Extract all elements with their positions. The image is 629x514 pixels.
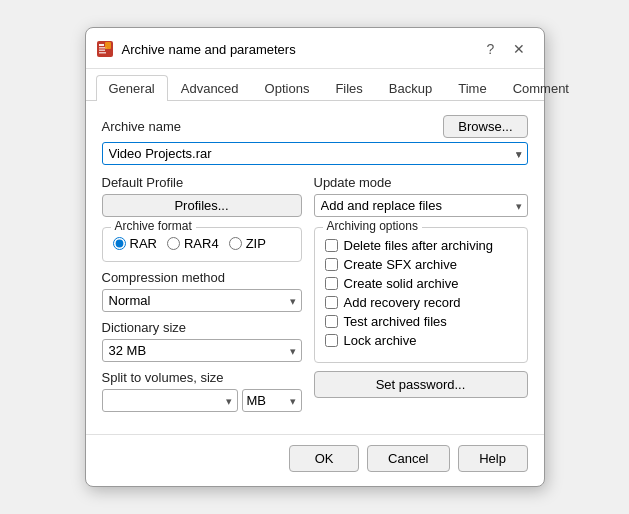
svg-rect-3	[99, 50, 105, 52]
update-mode-select[interactable]: Add and replace files Update and add fil…	[314, 194, 528, 217]
archive-format-radios: RAR RAR4 ZIP	[113, 236, 291, 251]
tab-bar: General Advanced Options Files Backup Ti…	[86, 69, 544, 101]
radio-rar[interactable]: RAR	[113, 236, 157, 251]
tab-options[interactable]: Options	[252, 75, 323, 101]
tab-files[interactable]: Files	[322, 75, 375, 101]
checkbox-test-archived[interactable]: Test archived files	[325, 314, 517, 329]
checkbox-add-recovery[interactable]: Add recovery record	[325, 295, 517, 310]
checkbox-test-archived-label: Test archived files	[344, 314, 447, 329]
left-column: Default Profile Profiles... Archive form…	[102, 175, 302, 412]
split-value-select[interactable]	[102, 389, 238, 412]
title-bar: Archive name and parameters ? ✕	[86, 28, 544, 69]
radio-zip-label: ZIP	[246, 236, 266, 251]
close-button[interactable]: ✕	[508, 38, 530, 60]
tab-comment[interactable]: Comment	[500, 75, 582, 101]
split-volumes-row: MB B KB GB	[102, 389, 302, 412]
checkbox-test-archived-input[interactable]	[325, 315, 338, 328]
right-column: Update mode Add and replace files Update…	[314, 175, 528, 412]
checkbox-add-recovery-label: Add recovery record	[344, 295, 461, 310]
archive-name-input-wrapper: ▾	[102, 142, 528, 165]
app-icon	[96, 40, 114, 58]
radio-zip-input[interactable]	[229, 237, 242, 250]
set-password-button[interactable]: Set password...	[314, 371, 528, 398]
checkbox-add-recovery-input[interactable]	[325, 296, 338, 309]
profiles-btn-wrapper: Profiles...	[102, 194, 302, 217]
svg-rect-4	[99, 52, 106, 54]
dictionary-size-wrapper[interactable]: 32 MB 128 KB 256 KB 512 KB 1 MB 2 MB 4 M…	[102, 339, 302, 362]
checkbox-create-solid-label: Create solid archive	[344, 276, 459, 291]
radio-zip[interactable]: ZIP	[229, 236, 266, 251]
checkbox-lock-archive[interactable]: Lock archive	[325, 333, 517, 348]
update-mode-wrapper[interactable]: Add and replace files Update and add fil…	[314, 194, 528, 217]
archiving-options-checkboxes: Delete files after archiving Create SFX …	[325, 236, 517, 352]
archiving-options-label: Archiving options	[323, 219, 422, 233]
help-button[interactable]: ?	[480, 38, 502, 60]
checkbox-lock-archive-input[interactable]	[325, 334, 338, 347]
split-unit-wrapper: MB B KB GB	[242, 389, 302, 412]
archiving-options-group: Archiving options Delete files after arc…	[314, 227, 528, 363]
archive-name-select-wrapper: ▾	[102, 142, 528, 165]
help-footer-button[interactable]: Help	[458, 445, 528, 472]
archive-format-group: Archive format RAR RAR4 ZIP	[102, 227, 302, 262]
archive-name-input[interactable]	[102, 142, 528, 165]
archive-format-label: Archive format	[111, 219, 196, 233]
compression-method-section: Compression method Normal Store Fastest …	[102, 270, 302, 312]
svg-rect-1	[99, 44, 104, 46]
profiles-button[interactable]: Profiles...	[102, 194, 302, 217]
tab-backup[interactable]: Backup	[376, 75, 445, 101]
checkbox-delete-after-input[interactable]	[325, 239, 338, 252]
archive-name-header: Archive name Browse...	[102, 115, 528, 138]
dictionary-size-select[interactable]: 32 MB 128 KB 256 KB 512 KB 1 MB 2 MB 4 M…	[102, 339, 302, 362]
ok-button[interactable]: OK	[289, 445, 359, 472]
browse-button[interactable]: Browse...	[443, 115, 527, 138]
dialog-title: Archive name and parameters	[122, 42, 480, 57]
split-volumes-label: Split to volumes, size	[102, 370, 302, 385]
radio-rar4[interactable]: RAR4	[167, 236, 219, 251]
archive-name-label: Archive name	[102, 119, 181, 134]
split-input-wrapper	[102, 389, 238, 412]
main-two-col: Default Profile Profiles... Archive form…	[102, 175, 528, 412]
cancel-button[interactable]: Cancel	[367, 445, 449, 472]
compression-method-wrapper[interactable]: Normal Store Fastest Fast Good Best	[102, 289, 302, 312]
dictionary-size-section: Dictionary size 32 MB 128 KB 256 KB 512 …	[102, 320, 302, 362]
checkbox-delete-after-label: Delete files after archiving	[344, 238, 494, 253]
checkbox-create-sfx-input[interactable]	[325, 258, 338, 271]
checkbox-lock-archive-label: Lock archive	[344, 333, 417, 348]
compression-method-select[interactable]: Normal Store Fastest Fast Good Best	[102, 289, 302, 312]
default-profile-label: Default Profile	[102, 175, 302, 190]
svg-rect-5	[105, 42, 111, 49]
title-controls: ? ✕	[480, 38, 530, 60]
update-mode-section: Update mode Add and replace files Update…	[314, 175, 528, 217]
checkbox-create-sfx-label: Create SFX archive	[344, 257, 457, 272]
checkbox-create-sfx[interactable]: Create SFX archive	[325, 257, 517, 272]
checkbox-delete-after[interactable]: Delete files after archiving	[325, 238, 517, 253]
tab-general[interactable]: General	[96, 75, 168, 101]
radio-rar-label: RAR	[130, 236, 157, 251]
dialog-footer: OK Cancel Help	[86, 434, 544, 486]
radio-rar4-label: RAR4	[184, 236, 219, 251]
dialog-window: Archive name and parameters ? ✕ General …	[85, 27, 545, 487]
split-unit-select[interactable]: MB B KB GB	[242, 389, 302, 412]
tab-time[interactable]: Time	[445, 75, 499, 101]
tab-advanced[interactable]: Advanced	[168, 75, 252, 101]
radio-rar4-input[interactable]	[167, 237, 180, 250]
dictionary-size-label: Dictionary size	[102, 320, 302, 335]
radio-rar-input[interactable]	[113, 237, 126, 250]
checkbox-create-solid-input[interactable]	[325, 277, 338, 290]
update-mode-label: Update mode	[314, 175, 528, 190]
tab-content: Archive name Browse... ▾ Default Profile…	[86, 101, 544, 434]
checkbox-create-solid[interactable]: Create solid archive	[325, 276, 517, 291]
split-volumes-section: Split to volumes, size MB B KB	[102, 370, 302, 412]
compression-method-label: Compression method	[102, 270, 302, 285]
